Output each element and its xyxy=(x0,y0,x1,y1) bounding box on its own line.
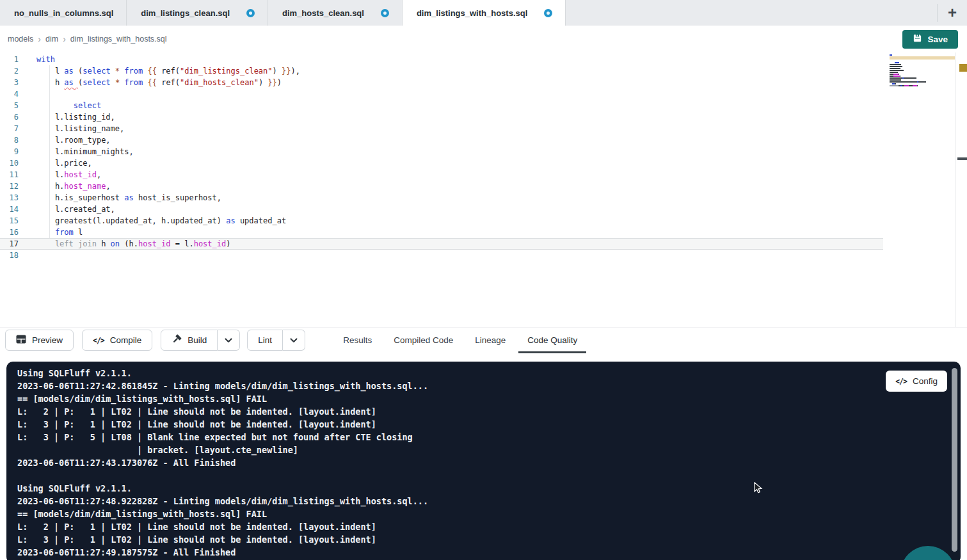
tab-code-quality[interactable]: Code Quality xyxy=(518,328,586,353)
terminal-panel[interactable]: Using SQLFluff v2.1.1.2023-06-06T11:27:4… xyxy=(6,362,961,560)
terminal-line: 2023-06-06T11:27:43.173076Z - All Finish… xyxy=(17,456,428,469)
hammer-icon xyxy=(172,334,182,346)
minimap-line xyxy=(890,54,955,56)
code-line-text xyxy=(28,88,36,100)
code-line[interactable]: 10 l.price, xyxy=(0,157,883,169)
file-tab[interactable]: dim_listings_with_hosts.sql xyxy=(403,0,566,26)
save-icon xyxy=(913,33,922,45)
terminal-line: | bracket. [layout.cte_newline] xyxy=(17,444,428,456)
minimap-line xyxy=(890,62,955,63)
code-line-text: left join h on (h.host_id = l.host_id) xyxy=(28,239,230,249)
unsaved-changes-icon xyxy=(246,9,255,17)
line-number: 2 xyxy=(0,65,28,77)
tab-results[interactable]: Results xyxy=(334,328,381,353)
code-line[interactable]: 4 xyxy=(0,88,883,100)
code-line[interactable]: 14 l.created_at, xyxy=(0,204,883,215)
code-line[interactable]: 5 select xyxy=(0,100,883,111)
minimap-line xyxy=(890,83,955,84)
new-tab-button[interactable]: + xyxy=(938,0,967,26)
terminal-line: Using SQLFluff v2.1.1. xyxy=(17,482,428,495)
terminal-line: L: 3 | P: 5 | LT08 | Blank line expected… xyxy=(17,431,428,444)
line-number: 3 xyxy=(0,77,28,88)
lint-button[interactable]: Lint xyxy=(247,330,283,351)
tab-lineage[interactable]: Lineage xyxy=(466,328,515,353)
terminal-line: == [models/dim/dim_listings_with_hosts.s… xyxy=(17,508,428,520)
code-line[interactable]: 12 h.host_name, xyxy=(0,180,883,192)
line-number: 17 xyxy=(0,239,28,249)
code-line[interactable]: 1with xyxy=(0,54,883,65)
save-button[interactable]: Save xyxy=(902,30,958,49)
code-line[interactable]: 7 l.listing_name, xyxy=(0,123,883,134)
file-tab[interactable]: dim_hosts_clean.sql xyxy=(268,0,403,26)
minimap-line xyxy=(890,79,955,81)
breadcrumb-separator: › xyxy=(63,34,66,44)
overview-ruler-warning-marker xyxy=(959,64,967,72)
breadcrumb-segment[interactable]: models xyxy=(8,35,33,44)
line-number: 4 xyxy=(0,88,28,100)
tab-compiled-code[interactable]: Compiled Code xyxy=(385,328,462,353)
minimap[interactable] xyxy=(890,54,955,93)
file-tab[interactable]: dim_listings_clean.sql xyxy=(127,0,268,26)
minimap-line xyxy=(890,72,955,73)
code-line[interactable]: 9 l.minimum_nights, xyxy=(0,146,883,157)
code-line-text xyxy=(28,250,36,261)
terminal-line: 2023-06-06T11:27:49.187575Z - All Finish… xyxy=(17,546,428,559)
build-dropdown-button[interactable] xyxy=(218,330,240,351)
code-line-text: l.price, xyxy=(28,157,92,169)
terminal-line xyxy=(17,469,428,482)
file-tab[interactable]: no_nulls_in_columns.sql xyxy=(0,0,127,26)
minimap-line xyxy=(890,66,955,67)
terminal-line: L: 2 | P: 1 | LT02 | Line should not be … xyxy=(17,520,428,533)
code-line[interactable]: 18 xyxy=(0,250,883,261)
code-line-text: greatest(l.updated_at, h.updated_at) as … xyxy=(28,215,286,227)
compile-button[interactable]: </> Compile xyxy=(82,330,152,351)
code-line-text: l.listing_id, xyxy=(28,111,115,123)
terminal-line: L: 2 | P: 1 | LT02 | Line should not be … xyxy=(17,405,428,418)
code-line[interactable]: 15 greatest(l.updated_at, h.updated_at) … xyxy=(0,215,883,227)
code-line[interactable]: 17 left join h on (h.host_id = l.host_id… xyxy=(0,238,883,250)
table-grid-icon xyxy=(16,335,26,346)
minimap-line xyxy=(890,85,955,86)
code-line[interactable]: 13 h.is_superhost as host_is_superhost, xyxy=(0,192,883,204)
code-line[interactable]: 6 l.listing_id, xyxy=(0,111,883,123)
line-number: 12 xyxy=(0,180,28,192)
line-number: 15 xyxy=(0,215,28,227)
lint-dropdown-button[interactable] xyxy=(283,330,305,351)
breadcrumb-segment[interactable]: dim_listings_with_hosts.sql xyxy=(70,35,167,44)
help-bubble-button[interactable] xyxy=(900,546,955,560)
breadcrumb-segment[interactable]: dim xyxy=(45,35,58,44)
file-tab-label: no_nulls_in_columns.sql xyxy=(14,8,113,18)
line-number: 13 xyxy=(0,192,28,204)
minimap-line xyxy=(890,64,955,65)
unsaved-changes-icon xyxy=(381,9,389,17)
preview-button[interactable]: Preview xyxy=(5,330,74,351)
minimap-line xyxy=(890,87,955,88)
editor-scrollbar-track[interactable] xyxy=(955,52,955,327)
config-label: Config xyxy=(913,376,938,386)
chevron-down-icon xyxy=(225,335,232,345)
line-number: 6 xyxy=(0,111,28,123)
code-line-text: h.is_superhost as host_is_superhost, xyxy=(28,192,221,204)
code-line-text: h as (select * from {{ ref("dim_hosts_cl… xyxy=(28,77,282,88)
line-number: 9 xyxy=(0,146,28,157)
code-editor[interactable]: 1with2 l as (select * from {{ ref("dim_l… xyxy=(0,52,967,327)
code-line[interactable]: 2 l as (select * from {{ ref("dim_listin… xyxy=(0,65,883,77)
config-button[interactable]: </> Config xyxy=(886,371,947,392)
code-line[interactable]: 8 l.room_type, xyxy=(0,134,883,146)
terminal-scrollbar[interactable] xyxy=(952,368,957,552)
save-label: Save xyxy=(927,35,948,44)
minimap-line xyxy=(890,77,955,79)
result-tabs: ResultsCompiled CodeLineageCode Quality xyxy=(332,328,588,353)
build-button[interactable]: Build xyxy=(161,330,218,351)
line-number: 11 xyxy=(0,169,28,180)
code-line-text: l as (select * from {{ ref("dim_listings… xyxy=(28,65,300,77)
breadcrumb: models›dim›dim_listings_with_hosts.sql xyxy=(8,35,167,44)
minimap-line xyxy=(890,74,955,75)
terminal-line: L: 3 | P: 1 | LT02 | Line should not be … xyxy=(17,533,428,546)
code-line-text: select xyxy=(28,100,101,111)
file-tab-label: dim_listings_clean.sql xyxy=(141,8,230,18)
code-line[interactable]: 11 l.host_id, xyxy=(0,169,883,180)
code-line[interactable]: 16 from l xyxy=(0,227,883,238)
code-line[interactable]: 3 h as (select * from {{ ref("dim_hosts_… xyxy=(0,77,883,88)
minimap-error-highlight xyxy=(890,56,955,60)
